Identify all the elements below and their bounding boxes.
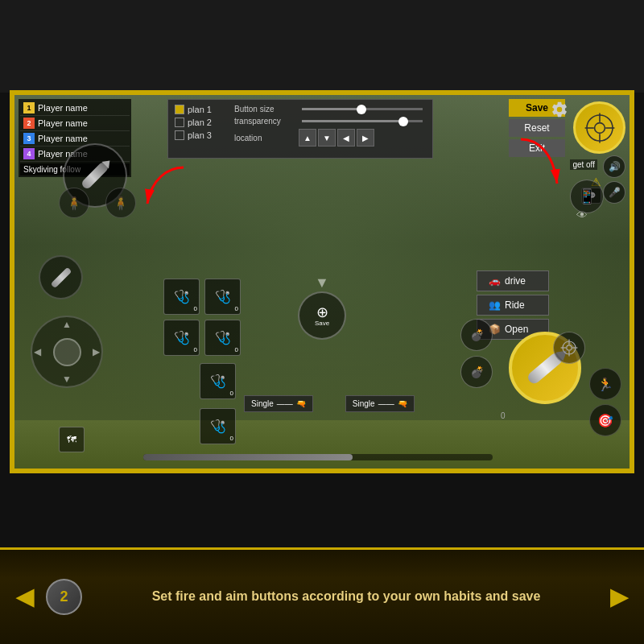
action-icon-1[interactable]: 🏃 bbox=[589, 368, 621, 400]
gun-icon-2: 🔫 bbox=[398, 399, 407, 408]
fire-btns: Single —— 🔫 Single —— 🔫 bbox=[244, 395, 415, 412]
medkit-count-5: 0 bbox=[230, 390, 233, 397]
location-arrows: ▲ ▼ ◀ ▶ bbox=[299, 129, 374, 147]
arrow-left-btn[interactable]: ◀ bbox=[337, 129, 355, 147]
settings-panel: plan 1 plan 2 plan 3 Button size bbox=[167, 99, 433, 159]
reset-button[interactable]: Reset bbox=[509, 119, 565, 137]
drive-label: drive bbox=[505, 275, 526, 287]
medkit-1[interactable]: 🩺 0 bbox=[163, 279, 200, 315]
transparency-thumb[interactable] bbox=[398, 117, 408, 126]
ride-label: Ride bbox=[505, 299, 525, 311]
grenade-count: 0 bbox=[501, 411, 506, 420]
location-row: location ▲ ▼ ◀ ▶ bbox=[234, 129, 426, 147]
plan-2-label: plan 2 bbox=[188, 118, 228, 127]
player-name-2: Player name bbox=[38, 118, 88, 128]
drive-icon: 🚗 bbox=[489, 275, 501, 287]
drive-button[interactable]: 🚗 drive bbox=[477, 270, 549, 291]
medkit-count-2: 0 bbox=[235, 305, 238, 312]
svg-point-7 bbox=[567, 345, 572, 350]
volume-icon[interactable]: 🔊 bbox=[603, 155, 625, 178]
transparency-row: transparency bbox=[234, 117, 426, 126]
player-num-4: 4 bbox=[23, 148, 35, 159]
plan-row-1: plan 1 bbox=[175, 105, 228, 114]
main-container: 1 Player name 2 Player name 3 Player nam… bbox=[0, 0, 644, 644]
joystick-up: ▲ bbox=[62, 319, 72, 330]
plan-1-label: plan 1 bbox=[188, 105, 228, 114]
single-label-2: Single bbox=[353, 399, 375, 408]
person-icon-1[interactable]: 🧍 bbox=[59, 188, 89, 218]
bottom-arrow-right: ▶ bbox=[610, 584, 628, 610]
phone-icon[interactable]: 📱 bbox=[570, 180, 604, 213]
ride-icon: 👥 bbox=[489, 299, 501, 311]
player-name-1: Player name bbox=[38, 103, 88, 113]
button-size-slider[interactable] bbox=[302, 108, 423, 110]
joystick-outer[interactable]: ▲ ▼ ◀ ▶ bbox=[31, 316, 103, 388]
single-dash-1: —— bbox=[277, 399, 293, 408]
gear-icon[interactable] bbox=[549, 99, 569, 119]
button-size-row: Button size bbox=[234, 105, 426, 114]
plan-3-label: plan 3 bbox=[188, 130, 228, 140]
small-bullet-circle[interactable] bbox=[39, 255, 83, 299]
player-item-1: 1 Player name bbox=[20, 101, 130, 116]
medkit-3[interactable]: 🩺 0 bbox=[163, 320, 200, 356]
center-save-button[interactable]: ⊕ Save bbox=[298, 291, 346, 340]
game-ground bbox=[14, 420, 630, 469]
arrow-down-btn[interactable]: ▼ bbox=[318, 129, 336, 147]
plan-3-checkbox[interactable] bbox=[175, 130, 184, 140]
small-crosshair[interactable] bbox=[553, 332, 585, 364]
open-label: Open bbox=[505, 324, 528, 335]
medkit-2[interactable]: 🩺 0 bbox=[204, 279, 241, 315]
medkit-icon-4: 🩺 bbox=[215, 330, 231, 345]
single-fire-1[interactable]: Single —— 🔫 bbox=[244, 395, 313, 412]
health-bar-bg bbox=[143, 454, 493, 460]
medkit-count-1: 0 bbox=[194, 305, 197, 312]
mic-icon[interactable]: 🎤 bbox=[603, 181, 625, 204]
svg-point-1 bbox=[594, 122, 605, 133]
single-fire-2[interactable]: Single —— 🔫 bbox=[345, 395, 415, 412]
bottom-arrow-left: ◀ bbox=[16, 584, 34, 610]
top-area bbox=[0, 0, 644, 93]
transparency-label: transparency bbox=[234, 117, 299, 126]
crosshair-button[interactable] bbox=[573, 101, 625, 154]
gun-icon-1: 🔫 bbox=[296, 399, 306, 408]
arrow-up-btn[interactable]: ▲ bbox=[299, 129, 316, 147]
center-save-plus: ⊕ bbox=[316, 305, 328, 320]
ride-button[interactable]: 👥 Ride bbox=[477, 295, 549, 316]
bottom-bar-icon: 2 bbox=[46, 579, 82, 615]
medkit-icon-1: 🩺 bbox=[174, 289, 190, 304]
medkit-single-row: 🩺 0 bbox=[200, 363, 236, 404]
medkit-count-4: 0 bbox=[235, 346, 238, 353]
person-icon-2[interactable]: 🧍 bbox=[105, 188, 136, 218]
slide-indicator: ▼ bbox=[315, 275, 329, 291]
medkit-6[interactable]: 🩺 0 bbox=[200, 408, 236, 444]
joystick-right: ▶ bbox=[93, 346, 100, 357]
plan-2-checkbox[interactable] bbox=[175, 118, 184, 127]
player-num-3: 3 bbox=[23, 133, 35, 144]
medkit-count-6: 0 bbox=[230, 435, 233, 442]
plan-1-checkbox[interactable] bbox=[175, 105, 184, 114]
player-num-1: 1 bbox=[23, 102, 35, 114]
player-num-2: 2 bbox=[23, 118, 35, 129]
transparency-slider[interactable] bbox=[302, 120, 423, 122]
action-icon-2[interactable]: 🎯 bbox=[589, 404, 621, 436]
grenade-1[interactable]: 💣 bbox=[460, 319, 493, 351]
joystick-area[interactable]: ▲ ▼ ◀ ▶ bbox=[31, 316, 103, 388]
medkit-5[interactable]: 🩺 0 bbox=[200, 363, 236, 399]
button-size-label: Button size bbox=[234, 105, 299, 114]
exit-button[interactable]: Exit bbox=[509, 139, 565, 157]
game-area: 1 Player name 2 Player name 3 Player nam… bbox=[12, 93, 632, 471]
medkit-icon-2: 🩺 bbox=[215, 289, 231, 304]
center-save-label: Save bbox=[315, 320, 329, 327]
bottom-icon-num: 2 bbox=[60, 588, 68, 605]
arrow-right-btn[interactable]: ▶ bbox=[357, 129, 374, 147]
player-name-3: Player name bbox=[38, 134, 88, 143]
button-size-thumb[interactable] bbox=[357, 105, 366, 114]
grenade-2[interactable]: 💣 bbox=[460, 356, 493, 388]
player-item-2: 2 Player name bbox=[20, 116, 130, 131]
plan-row-3: plan 3 bbox=[175, 130, 228, 140]
bottom-right-icons: 🏃 🎯 bbox=[589, 368, 621, 436]
medkit-4[interactable]: 🩺 0 bbox=[204, 320, 241, 356]
bottom-left-icons: 🗺 bbox=[59, 427, 85, 452]
map-icon[interactable]: 🗺 bbox=[59, 427, 85, 452]
health-bar-area bbox=[143, 454, 493, 460]
